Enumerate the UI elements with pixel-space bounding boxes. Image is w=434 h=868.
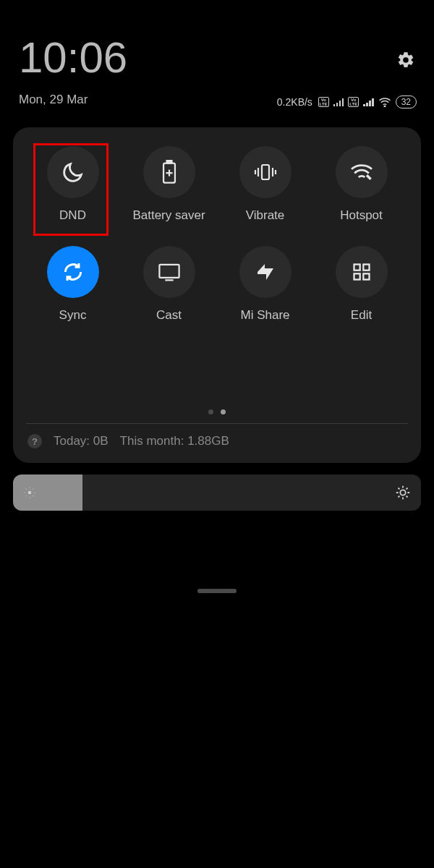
svg-line-10: [367, 175, 371, 179]
volte-icon-1: VoLTE: [318, 97, 329, 107]
settings-button[interactable]: [396, 51, 415, 69]
svg-rect-5: [262, 165, 269, 179]
tile-vibrate[interactable]: Vibrate: [217, 146, 313, 223]
grid-icon: [352, 262, 372, 282]
tile-label: DND: [59, 208, 86, 223]
tile-label: Hotspot: [340, 208, 383, 223]
svg-rect-16: [363, 273, 369, 279]
tile-dnd[interactable]: DND: [25, 146, 121, 223]
brightness-high-icon: [395, 485, 411, 501]
brightness-slider[interactable]: [13, 475, 421, 511]
sync-icon: [61, 260, 85, 284]
volte-icon-2: VoLTE: [348, 97, 359, 107]
gesture-handle[interactable]: [197, 589, 237, 593]
page-indicator[interactable]: [25, 409, 409, 414]
quick-settings-panel: DND Battery saver Vibrate: [13, 127, 421, 463]
tile-mi-share[interactable]: Mi Share: [217, 246, 313, 323]
svg-point-25: [33, 495, 34, 497]
svg-line-34: [407, 488, 408, 489]
tile-label: Edit: [351, 308, 372, 323]
tile-cast[interactable]: Cast: [121, 246, 217, 323]
signal-icon-1: [333, 98, 344, 106]
tile-hotspot[interactable]: Hotspot: [313, 146, 409, 223]
data-usage-row[interactable]: ? Today: 0B This month: 1.88GB: [25, 424, 409, 453]
network-speed: 0.2KB/s: [277, 96, 312, 108]
vibrate-icon: [252, 161, 279, 183]
svg-line-32: [407, 496, 408, 498]
svg-rect-2: [166, 161, 171, 163]
moon-icon: [61, 160, 85, 184]
cast-icon: [157, 262, 182, 282]
tile-label: Mi Share: [240, 308, 289, 323]
brightness-low-icon: [23, 486, 36, 499]
svg-point-0: [384, 106, 386, 107]
svg-rect-14: [363, 265, 369, 271]
svg-point-22: [25, 488, 27, 490]
svg-point-26: [400, 490, 405, 495]
usage-month: This month: 1.88GB: [120, 434, 229, 448]
svg-point-21: [34, 492, 35, 493]
tile-label: Cast: [156, 308, 182, 323]
svg-point-17: [28, 491, 32, 495]
svg-point-18: [29, 488, 30, 489]
tile-edit[interactable]: Edit: [313, 246, 409, 323]
svg-line-31: [398, 488, 399, 489]
mishare-icon: [253, 261, 278, 283]
battery-indicator: 32: [396, 95, 417, 109]
hotspot-icon: [349, 162, 374, 182]
wifi-icon: [378, 97, 391, 107]
page-dot: [208, 409, 213, 414]
clock-time: 10:06: [19, 36, 127, 80]
tile-label: Battery saver: [132, 208, 205, 223]
svg-line-33: [398, 496, 399, 498]
battery-plus-icon: [160, 160, 179, 184]
help-icon: ?: [27, 434, 42, 448]
svg-rect-15: [354, 273, 359, 279]
gear-icon: [396, 51, 415, 69]
usage-today: Today: 0B: [54, 434, 109, 448]
signal-icon-2: [363, 98, 374, 106]
svg-rect-11: [159, 265, 179, 278]
tile-label: Sync: [59, 308, 87, 323]
svg-rect-13: [354, 265, 359, 271]
tile-sync[interactable]: Sync: [25, 246, 121, 323]
tile-battery-saver[interactable]: Battery saver: [121, 146, 217, 223]
svg-point-19: [29, 497, 30, 498]
tile-label: Vibrate: [246, 208, 285, 223]
svg-point-20: [25, 492, 26, 493]
clock-date: Mon, 29 Mar: [19, 93, 127, 107]
svg-point-23: [33, 488, 34, 490]
status-bar: 0.2KB/s VoLTE VoLTE 32: [277, 95, 417, 109]
svg-point-24: [25, 495, 27, 497]
page-dot-active: [221, 409, 226, 414]
